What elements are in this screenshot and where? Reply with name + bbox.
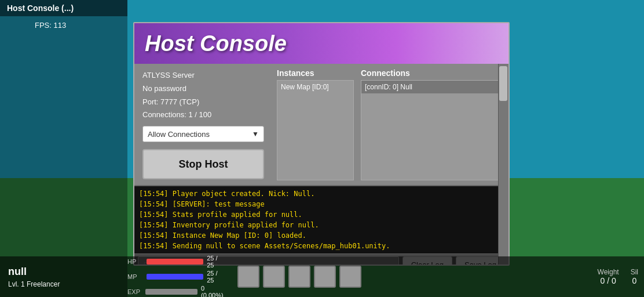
mp-row: MP 25 / 25 (127, 270, 226, 284)
weight-stat: Weight 0 / 0 (598, 268, 619, 285)
hotbar-btn-3[interactable] (288, 266, 310, 288)
fps-label: FPS: 113 (35, 21, 66, 30)
log-line: [15:54] Player object created. Nick: Nul… (139, 189, 504, 199)
panel-scrollbar[interactable] (498, 64, 508, 265)
server-port: Port: 7777 (TCP) (142, 96, 265, 108)
title-bar: Host Console (...) (0, 0, 127, 16)
hotbar-btn-5[interactable] (339, 266, 361, 288)
hotbar-buttons (237, 266, 361, 288)
connections-list[interactable]: [connID: 0] Null (361, 80, 505, 180)
connections-header: Connections (361, 68, 505, 78)
stop-host-button[interactable]: Stop Host (142, 149, 264, 179)
player-name: null (8, 266, 122, 278)
connection-item[interactable]: [connID: 0] Null (361, 81, 504, 93)
log-line: [15:54] Instance New Map [ID: 0] loaded. (139, 230, 504, 241)
server-info: ATLYSS Server No password Port: 7777 (TC… (134, 64, 273, 185)
sil-stat: Sil 0 (631, 268, 638, 285)
instances-list[interactable]: New Map [ID:0] (277, 80, 354, 180)
hotbar-btn-2[interactable] (263, 266, 285, 288)
mp-bar (147, 274, 203, 280)
scrollbar-thumb[interactable] (499, 66, 507, 101)
host-console-panel: Host Console ATLYSS Server No password P… (133, 22, 510, 266)
log-line: [15:54] Stats profile applied for null. (139, 209, 504, 220)
bottom-bar: null Lvl. 1 Freelancer HP 25 / 25 MP 25 … (0, 256, 644, 297)
hp-row: HP 25 / 25 (127, 255, 226, 269)
server-name: ATLYSS Server (142, 70, 265, 82)
log-section: [15:54] Player object created. Nick: Nul… (134, 185, 508, 266)
mp-label: MP (127, 273, 143, 280)
instance-item[interactable]: New Map [ID:0] (277, 81, 353, 93)
mp-value: 25 / 25 (207, 270, 226, 284)
panel-title: Host Console (145, 31, 287, 56)
instances-column: Instances New Map [ID:0] (273, 64, 357, 185)
connections-column: Connections [connID: 0] Null (357, 64, 508, 185)
sidebar-bg (0, 0, 127, 297)
player-class: Lvl. 1 Freelancer (8, 280, 122, 288)
exp-value: 0 (0.00%) (201, 285, 226, 297)
log-line: [15:54] Sending null to scene Assets/Sce… (139, 241, 504, 251)
hp-label: HP (127, 258, 143, 265)
hp-bar (147, 259, 203, 265)
top-section: ATLYSS Server No password Port: 7777 (TC… (134, 64, 508, 185)
log-content: [15:54] Player object created. Nick: Nul… (134, 186, 508, 253)
weight-value: 0 / 0 (600, 276, 616, 285)
hotbar-btn-4[interactable] (314, 266, 336, 288)
dropdown-label: Allow Connections (148, 130, 210, 139)
log-line: [15:54] [SERVER]: test message (139, 199, 504, 209)
hp-value: 25 / 25 (207, 255, 226, 269)
hotbar-btn-1[interactable] (237, 266, 259, 288)
log-line: [15:54] Inventory profile applied for nu… (139, 220, 504, 230)
server-password: No password (142, 83, 265, 95)
sil-value: 0 (632, 276, 636, 285)
server-connections: Connections: 1 / 100 (142, 109, 265, 121)
panel-body: ATLYSS Server No password Port: 7777 (TC… (134, 64, 508, 265)
exp-label: EXP (127, 288, 142, 295)
window-title: Host Console (...) (7, 3, 74, 13)
exp-row: EXP 0 (0.00%) (127, 285, 226, 297)
right-stats: Weight 0 / 0 Sil 0 (598, 256, 644, 297)
allow-connections-dropdown[interactable]: Allow Connections ▼ (142, 126, 264, 142)
sil-label: Sil (631, 268, 638, 276)
instances-header: Instances (277, 68, 354, 78)
dropdown-row: Allow Connections ▼ (142, 126, 265, 142)
stats-section: HP 25 / 25 MP 25 / 25 EXP 0 (0.00%) (122, 255, 226, 297)
weight-label: Weight (598, 268, 619, 276)
chevron-down-icon: ▼ (252, 130, 259, 138)
panel-header: Host Console (134, 23, 508, 64)
player-info: null Lvl. 1 Freelancer (0, 266, 122, 288)
exp-bar (145, 289, 197, 295)
